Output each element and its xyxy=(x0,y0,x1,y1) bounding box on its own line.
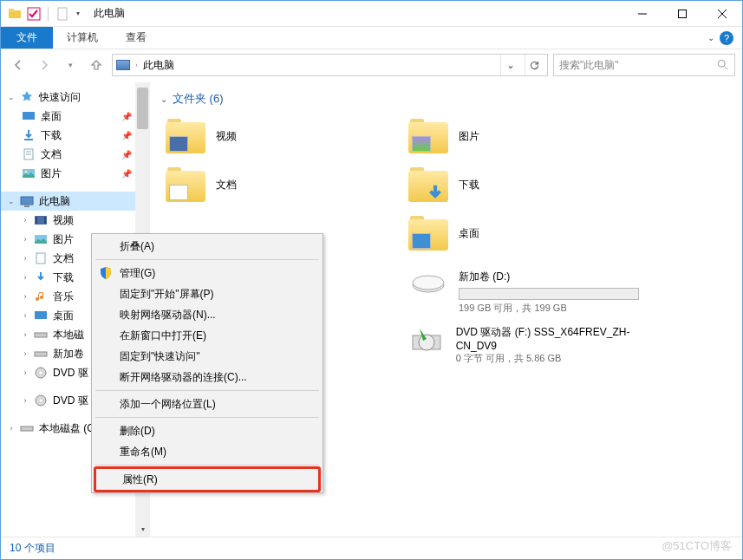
address-text: 此电脑 xyxy=(143,58,495,73)
close-button[interactable] xyxy=(702,1,742,27)
scroll-down-icon[interactable]: ▾ xyxy=(135,522,150,537)
folder-videos[interactable]: 视频 xyxy=(160,112,403,160)
nav-documents[interactable]: 文档📌 xyxy=(1,145,135,164)
address-dropdown[interactable]: ⌄ xyxy=(500,55,519,75)
help-icon[interactable]: ? xyxy=(720,31,733,45)
refresh-button[interactable] xyxy=(525,55,544,75)
folder-downloads[interactable]: 下载 xyxy=(403,160,646,209)
doc-icon[interactable] xyxy=(55,7,69,21)
music-icon xyxy=(34,290,48,303)
cm-delete[interactable]: 删除(D) xyxy=(94,420,321,441)
drive-icon xyxy=(20,421,34,435)
drive-f-dvd[interactable]: DVD 驱动器 (F:) SSS_X64FREV_ZH-CN_DV9 0 字节 … xyxy=(403,323,646,374)
chevron-down-icon[interactable]: ⌄ xyxy=(707,33,714,42)
forward-button[interactable] xyxy=(34,55,55,75)
recent-dropdown[interactable]: ▾ xyxy=(60,55,81,75)
title-bar: ▾ 此电脑 xyxy=(1,1,742,27)
dvd-icon xyxy=(34,366,48,380)
chevron-down-icon[interactable]: ⌄ xyxy=(6,93,16,101)
chevron-right-icon[interactable]: › xyxy=(20,292,30,301)
tab-view[interactable]: 查看 xyxy=(112,27,160,49)
cm-pin-start[interactable]: 固定到"开始"屏幕(P) xyxy=(94,283,321,304)
nav-downloads[interactable]: 下载📌 xyxy=(1,126,135,145)
cm-collapse[interactable]: 折叠(A) xyxy=(94,236,321,257)
tab-file[interactable]: 文件 xyxy=(1,27,53,49)
chevron-right-icon[interactable]: › xyxy=(20,368,30,377)
cm-properties[interactable]: 属性(R) xyxy=(94,466,321,492)
computer-icon xyxy=(20,194,34,208)
pin-icon: 📌 xyxy=(121,169,132,179)
chevron-down-icon[interactable]: ▾ xyxy=(76,10,80,17)
quick-access-toolbar: ▾ xyxy=(1,7,87,21)
cm-map-network[interactable]: 映射网络驱动器(N)... xyxy=(94,304,321,325)
separator xyxy=(95,259,319,260)
chevron-right-icon[interactable]: › xyxy=(20,349,30,358)
folders-section-header[interactable]: ⌄ 文件夹 (6) xyxy=(160,86,742,112)
svg-point-32 xyxy=(413,276,444,290)
picture-icon xyxy=(34,232,48,246)
folder-desktop[interactable]: 桌面 xyxy=(403,209,646,257)
svg-rect-20 xyxy=(44,217,46,224)
tab-computer[interactable]: 计算机 xyxy=(53,27,112,49)
context-menu: 折叠(A) 管理(G) 固定到"开始"屏幕(P) 映射网络驱动器(N)... 在… xyxy=(91,233,323,493)
svg-point-15 xyxy=(25,171,28,173)
up-button[interactable] xyxy=(86,55,107,75)
desktop-icon xyxy=(22,109,36,123)
watermark: @51CTO博客 xyxy=(662,538,732,554)
cm-open-new-window[interactable]: 在新窗口中打开(E) xyxy=(94,325,321,346)
folder-documents[interactable]: 文档 xyxy=(160,160,403,209)
svg-rect-17 xyxy=(24,205,29,207)
cm-pin-quick[interactable]: 固定到"快速访问" xyxy=(94,346,321,367)
back-button[interactable] xyxy=(8,55,29,75)
nav-pictures[interactable]: 图片📌 xyxy=(1,164,135,183)
chevron-right-icon[interactable]: › xyxy=(20,254,30,263)
computer-icon xyxy=(116,60,130,70)
nav-desktop[interactable]: 桌面📌 xyxy=(1,107,135,126)
window-title: 此电脑 xyxy=(94,6,125,21)
download-icon xyxy=(22,128,36,142)
pin-icon: 📌 xyxy=(121,150,132,160)
address-box[interactable]: › 此电脑 ⌄ xyxy=(112,54,548,76)
status-text: 10 个项目 xyxy=(10,541,55,556)
minimize-button[interactable] xyxy=(622,1,662,27)
drive-name: DVD 驱动器 (F:) xyxy=(456,326,531,338)
cm-manage[interactable]: 管理(G) xyxy=(94,263,321,283)
folder-pictures[interactable]: 图片 xyxy=(403,112,646,160)
nav-videos[interactable]: ›视频 xyxy=(1,211,135,230)
chevron-right-icon[interactable]: › xyxy=(20,216,30,225)
desktop-icon xyxy=(34,309,48,322)
drive-icon xyxy=(34,347,48,361)
shield-icon xyxy=(99,266,113,280)
folder-icon[interactable] xyxy=(8,7,22,21)
nav-quick-access[interactable]: ⌄ 快速访问 xyxy=(1,88,135,107)
cm-add-network-location[interactable]: 添加一个网络位置(L) xyxy=(94,394,321,414)
svg-rect-25 xyxy=(35,352,47,356)
picture-icon xyxy=(22,166,36,180)
chevron-right-icon[interactable]: › xyxy=(20,330,30,339)
chevron-right-icon[interactable]: › xyxy=(20,273,30,282)
chevron-right-icon[interactable]: › xyxy=(20,235,30,244)
maximize-button[interactable] xyxy=(662,1,702,27)
chevron-down-icon[interactable]: ⌄ xyxy=(6,197,16,205)
status-bar: 10 个项目 xyxy=(1,537,742,559)
chevron-right-icon[interactable]: › xyxy=(6,424,16,433)
cm-disconnect-network[interactable]: 断开网络驱动器的连接(C)... xyxy=(94,367,321,387)
chevron-right-icon[interactable]: › xyxy=(20,311,30,320)
svg-rect-24 xyxy=(35,333,47,337)
svg-rect-10 xyxy=(23,112,35,120)
cm-rename[interactable]: 重命名(M) xyxy=(94,441,321,462)
search-input[interactable]: 搜索"此电脑" xyxy=(553,54,735,76)
drive-d[interactable]: 新加卷 (D:) 199 GB 可用，共 199 GB xyxy=(403,268,646,323)
search-placeholder: 搜索"此电脑" xyxy=(559,58,717,73)
star-icon xyxy=(20,90,34,104)
chevron-right-icon[interactable]: › xyxy=(20,396,30,405)
search-icon xyxy=(717,59,729,71)
divider xyxy=(48,7,49,21)
nav-this-pc[interactable]: ⌄ 此电脑 xyxy=(1,192,135,211)
svg-line-9 xyxy=(725,67,728,70)
svg-point-27 xyxy=(40,372,42,374)
scroll-thumb[interactable] xyxy=(137,88,148,129)
svg-rect-16 xyxy=(21,197,33,205)
checkbox-icon[interactable] xyxy=(27,7,41,21)
chevron-right-icon: › xyxy=(135,61,138,69)
